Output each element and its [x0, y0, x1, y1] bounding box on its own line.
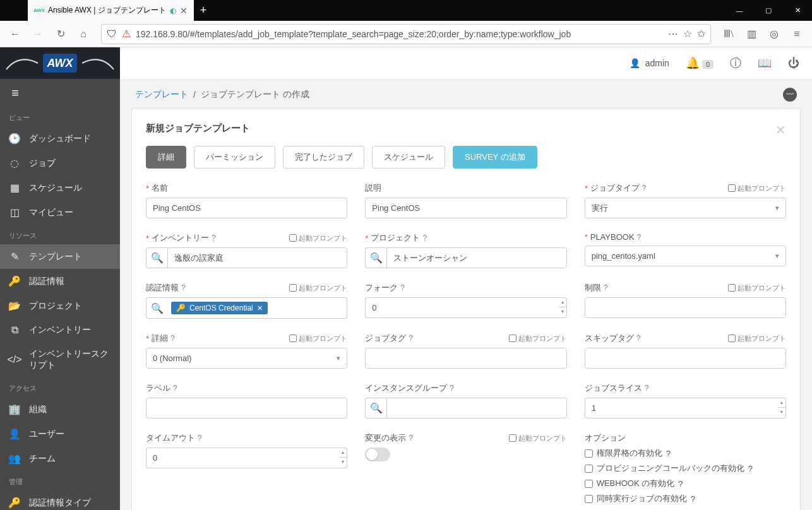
sidebar-item-teams[interactable]: 👥チーム — [0, 446, 120, 471]
help-icon[interactable]: ? — [604, 283, 608, 292]
help-icon[interactable]: ? — [666, 449, 671, 458]
window-maximize-icon[interactable]: ▢ — [754, 0, 783, 21]
sidebar-icon[interactable]: ▥ — [741, 24, 761, 44]
label-input[interactable] — [146, 398, 347, 418]
help-icon[interactable]: ? — [645, 384, 649, 393]
search-icon[interactable]: 🔍 — [365, 247, 386, 268]
skiptags-input[interactable] — [585, 348, 786, 369]
credential-chip[interactable]: 🔑CentOS Credential✕ — [171, 302, 268, 314]
help-icon[interactable]: ? — [637, 233, 642, 242]
limit-prompt-checkbox[interactable] — [728, 284, 736, 292]
docs-icon[interactable]: 📖 — [758, 56, 772, 70]
name-input[interactable] — [146, 198, 347, 218]
tab-permissions[interactable]: パーミッション — [194, 146, 275, 169]
help-icon[interactable]: ? — [748, 464, 753, 473]
forks-input[interactable] — [365, 297, 558, 318]
notifications-button[interactable]: 🔔0 — [686, 56, 713, 70]
help-icon[interactable]: ? — [198, 434, 202, 442]
skiptags-prompt-checkbox[interactable] — [728, 335, 736, 342]
sidebar-item-users[interactable]: 👤ユーザー — [0, 422, 120, 446]
back-icon[interactable]: ← — [5, 24, 25, 44]
tab-completed-jobs[interactable]: 完了したジョブ — [283, 146, 364, 169]
url-bar[interactable]: 🛡 ⚠ 192.168.9.80/#/templates/add_job_tem… — [101, 24, 711, 44]
panel-close-icon[interactable]: ✕ — [775, 122, 786, 138]
stepper-up-icon[interactable]: ▴ — [559, 298, 566, 307]
url-text[interactable]: 192.168.9.80/#/templates/add_job_templat… — [136, 29, 663, 39]
option-priv-escalation[interactable] — [585, 449, 593, 458]
account-icon[interactable]: ◎ — [764, 24, 784, 44]
help-icon[interactable]: ? — [173, 384, 177, 393]
hamburger-icon[interactable]: ≡ — [0, 79, 30, 107]
search-icon[interactable]: 🔍 — [365, 398, 386, 418]
sidebar-item-jobs[interactable]: ◌ジョブ — [0, 151, 120, 175]
job-slices-input[interactable] — [585, 398, 778, 418]
stepper-up-icon[interactable]: ▴ — [339, 448, 347, 458]
jobtags-prompt-checkbox[interactable] — [509, 335, 516, 342]
help-icon[interactable]: ? — [170, 334, 175, 343]
sidebar-item-myview[interactable]: ◫マイビュー — [0, 200, 120, 225]
inventory-input[interactable] — [167, 247, 347, 268]
browser-tab[interactable]: AWX Ansible AWX | ジョブテンプレート ◐ ✕ — [28, 0, 194, 21]
sidebar-item-credentials[interactable]: 🔑認証情報 — [0, 269, 120, 294]
help-icon[interactable]: ? — [409, 334, 413, 343]
power-icon[interactable]: ⏻ — [788, 57, 799, 70]
detail-prompt-checkbox[interactable] — [289, 335, 297, 342]
tab-schedules[interactable]: スケジュール — [372, 146, 445, 169]
help-icon[interactable]: ? — [691, 494, 695, 504]
stepper-down-icon[interactable]: ▾ — [778, 408, 785, 417]
chip-remove-icon[interactable]: ✕ — [257, 304, 263, 312]
option-concurrent[interactable] — [585, 495, 593, 503]
help-icon[interactable]: ? — [678, 479, 683, 489]
window-close-icon[interactable]: ✕ — [783, 0, 812, 21]
credentials-prompt-checkbox[interactable] — [289, 284, 297, 292]
star-icon[interactable]: ✩ — [697, 28, 705, 40]
help-icon[interactable]: ? — [181, 283, 186, 292]
menu-icon[interactable]: ≡ — [787, 24, 807, 44]
sidebar-item-projects[interactable]: 📂プロジェクト — [0, 294, 120, 318]
user-menu[interactable]: 👤 admin — [630, 58, 669, 68]
reader-icon[interactable]: ☆ — [683, 28, 692, 40]
tab-add-survey[interactable]: SURVEY の追加 — [453, 146, 537, 169]
help-icon[interactable]: ? — [422, 234, 427, 242]
window-minimize-icon[interactable]: — — [725, 0, 754, 21]
sidebar-item-schedules[interactable]: ▦スケジュール — [0, 175, 120, 200]
stepper-down-icon[interactable]: ▾ — [339, 458, 347, 466]
forward-icon[interactable]: → — [28, 24, 48, 44]
limit-input[interactable] — [585, 297, 786, 318]
shield-icon[interactable]: 🛡 — [107, 28, 117, 40]
tab-close-icon[interactable]: ✕ — [180, 6, 188, 16]
help-icon[interactable]: ? — [212, 234, 216, 242]
showchanges-prompt-checkbox[interactable] — [509, 434, 516, 442]
stepper-up-icon[interactable]: ▴ — [778, 398, 785, 408]
playbook-select[interactable]: ping_centos.yaml — [585, 246, 786, 266]
info-icon[interactable]: ⓘ — [730, 56, 741, 71]
project-input[interactable] — [386, 247, 566, 268]
inventory-prompt-checkbox[interactable] — [289, 234, 297, 242]
description-input[interactable] — [365, 198, 566, 218]
stepper-down-icon[interactable]: ▾ — [559, 307, 566, 316]
option-webhook[interactable] — [585, 480, 593, 488]
sidebar-item-inventory-scripts[interactable]: </>インベントリースクリプト — [0, 342, 120, 377]
breadcrumb-templates[interactable]: テンプレート — [135, 89, 188, 100]
instance-groups-input[interactable] — [386, 398, 566, 418]
help-icon[interactable]: ? — [636, 334, 641, 343]
sidebar-item-templates[interactable]: ✎テンプレート — [0, 244, 120, 269]
refresh-icon[interactable]: ↻ — [51, 24, 71, 44]
library-icon[interactable]: Ⅲ\ — [719, 24, 739, 44]
help-icon[interactable]: ? — [400, 283, 405, 292]
sidebar-item-cred-types[interactable]: 🔑認証情報タイプ — [0, 490, 120, 510]
sidebar-item-dashboard[interactable]: 🕑ダッシュボード — [0, 126, 120, 151]
credentials-box[interactable]: 🔑CentOS Credential✕ — [167, 297, 347, 319]
more-icon[interactable]: ⋯ — [668, 28, 678, 40]
help-icon[interactable]: ? — [450, 384, 454, 393]
showchanges-toggle[interactable] — [365, 448, 390, 461]
option-provisioning[interactable] — [585, 465, 593, 473]
sidebar-item-organizations[interactable]: 🏢組織 — [0, 397, 120, 422]
search-icon[interactable]: 🔍 — [146, 247, 167, 268]
timeout-input[interactable] — [146, 448, 339, 468]
help-icon[interactable]: ? — [409, 434, 413, 442]
jobtags-input[interactable] — [365, 348, 566, 369]
home-icon[interactable]: ⌂ — [73, 24, 93, 44]
jobtype-prompt-checkbox[interactable] — [728, 184, 736, 192]
jobtype-select[interactable]: 実行 — [585, 198, 786, 218]
